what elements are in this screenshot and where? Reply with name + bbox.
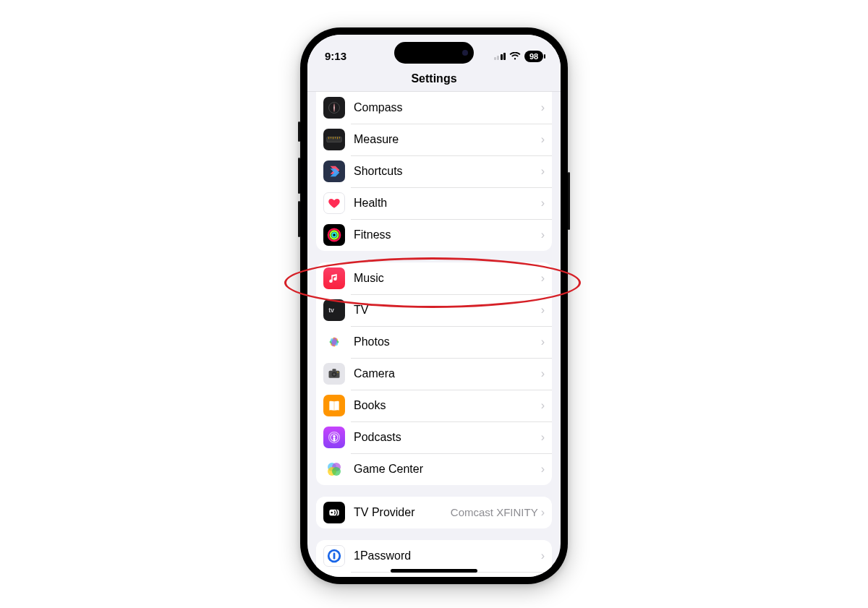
- row-label: Music: [354, 272, 541, 285]
- gamecenter-icon: [323, 458, 345, 480]
- settings-row-3dmark[interactable]: 3DMark Wild Life Extreme ›: [316, 572, 552, 577]
- row-label: Photos: [354, 335, 541, 348]
- chevron-right-icon: ›: [541, 399, 545, 412]
- settings-row-shortcuts[interactable]: Shortcuts ›: [316, 155, 552, 187]
- settings-row-photos[interactable]: Photos ›: [316, 326, 552, 358]
- svg-rect-20: [333, 369, 336, 371]
- chevron-right-icon: ›: [541, 335, 545, 348]
- row-label: Game Center: [354, 463, 541, 476]
- svg-point-29: [332, 467, 341, 476]
- settings-group-media: Music › tv TV › Photos ›: [316, 262, 552, 485]
- settings-row-1password[interactable]: 1Password ›: [316, 540, 552, 572]
- svg-point-31: [331, 511, 333, 513]
- svg-point-25: [333, 434, 335, 437]
- chevron-right-icon: ›: [541, 101, 545, 114]
- settings-row-tvprovider[interactable]: TV Provider Comcast XFINITY ›: [316, 497, 552, 528]
- side-button-power: [568, 172, 570, 230]
- camera-icon: [323, 363, 345, 385]
- photos-icon: [323, 331, 345, 353]
- settings-row-music[interactable]: Music ›: [316, 262, 552, 294]
- books-icon: [323, 395, 345, 416]
- row-detail: Comcast XFINITY: [451, 506, 538, 518]
- row-label: Podcasts: [354, 431, 541, 444]
- settings-row-health[interactable]: Health ›: [316, 187, 552, 219]
- settings-row-compass[interactable]: Compass ›: [316, 92, 552, 124]
- fitness-icon: [323, 224, 345, 246]
- row-label: Shortcuts: [354, 165, 541, 178]
- chevron-right-icon: ›: [541, 165, 545, 178]
- screen: 9:13 98 Settings Compass ›: [307, 35, 561, 577]
- row-label: Fitness: [354, 228, 541, 241]
- chevron-right-icon: ›: [541, 463, 545, 476]
- battery-indicator: 98: [524, 51, 543, 62]
- tv-icon: tv: [323, 299, 345, 321]
- status-indicators: 98: [494, 51, 544, 62]
- chevron-right-icon: ›: [541, 431, 545, 444]
- battery-level: 98: [529, 52, 538, 61]
- settings-row-tv[interactable]: tv TV ›: [316, 294, 552, 326]
- settings-list[interactable]: Compass › Measure › Shortcuts ›: [307, 92, 561, 577]
- chevron-right-icon: ›: [541, 197, 545, 210]
- settings-row-fitness[interactable]: Fitness ›: [316, 219, 552, 251]
- music-icon: [323, 267, 345, 289]
- measure-icon: [323, 129, 345, 150]
- svg-point-19: [333, 373, 335, 375]
- cellular-signal-icon: [494, 52, 506, 60]
- chevron-right-icon: ›: [541, 133, 545, 146]
- chevron-right-icon: ›: [541, 272, 545, 285]
- chevron-right-icon: ›: [541, 367, 545, 380]
- shortcuts-icon: [323, 160, 345, 182]
- chevron-right-icon: ›: [541, 304, 545, 317]
- row-label: Health: [354, 197, 541, 210]
- tvprovider-icon: [323, 502, 345, 523]
- dynamic-island: [394, 42, 474, 64]
- compass-icon: [323, 97, 345, 119]
- row-label: 1Password: [354, 549, 541, 562]
- iphone-device-frame: 9:13 98 Settings Compass ›: [300, 27, 568, 584]
- chevron-right-icon: ›: [541, 549, 545, 562]
- settings-group-utilities: Compass › Measure › Shortcuts ›: [316, 92, 552, 251]
- svg-text:tv: tv: [328, 307, 334, 314]
- side-button-volume-up: [298, 158, 300, 194]
- page-title: Settings: [307, 69, 561, 92]
- row-label: Compass: [354, 101, 541, 114]
- settings-group-provider: TV Provider Comcast XFINITY ›: [316, 497, 552, 528]
- chevron-right-icon: ›: [541, 228, 545, 241]
- settings-row-camera[interactable]: Camera ›: [316, 358, 552, 390]
- row-label: Camera: [354, 367, 541, 380]
- wifi-icon: [509, 52, 521, 61]
- side-button-silent: [298, 121, 300, 142]
- row-label: Books: [354, 399, 541, 412]
- settings-row-books[interactable]: Books ›: [316, 390, 552, 421]
- home-indicator[interactable]: [391, 569, 477, 573]
- settings-row-podcasts[interactable]: Podcasts ›: [316, 421, 552, 453]
- svg-point-21: [337, 372, 338, 372]
- settings-row-gamecenter[interactable]: Game Center ›: [316, 453, 552, 485]
- side-button-volume-down: [298, 201, 300, 237]
- 1password-icon: [323, 545, 345, 567]
- row-label: TV Provider: [354, 506, 451, 519]
- row-label: TV: [354, 304, 541, 317]
- row-label: Measure: [354, 133, 541, 146]
- svg-rect-34: [333, 552, 336, 559]
- health-icon: [323, 192, 345, 214]
- podcasts-icon: [323, 427, 345, 448]
- chevron-right-icon: ›: [541, 506, 545, 519]
- svg-point-10: [332, 233, 336, 237]
- status-time: 9:13: [325, 50, 346, 62]
- settings-row-measure[interactable]: Measure ›: [316, 124, 552, 155]
